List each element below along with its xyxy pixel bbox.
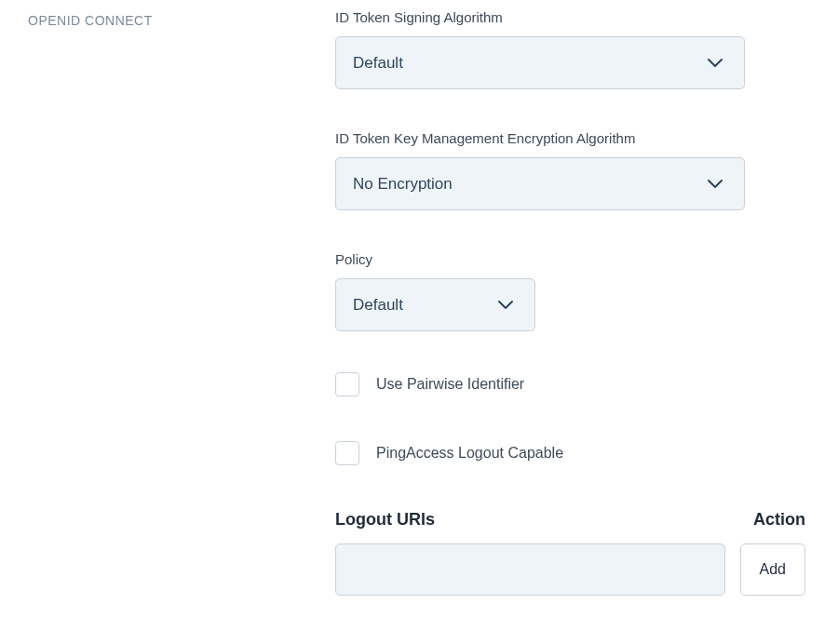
policy-value: Default [353,296,403,315]
pingaccess-logout-label: PingAccess Logout Capable [376,445,563,462]
section-label: OPENID CONNECT [28,13,335,28]
key-management-algorithm-select[interactable]: No Encryption [335,157,745,210]
signing-algorithm-value: Default [353,54,403,73]
key-management-algorithm-value: No Encryption [353,175,453,194]
logout-uri-input[interactable] [335,543,725,596]
key-management-algorithm-field: ID Token Key Management Encryption Algor… [335,130,805,210]
openid-connect-form: OPENID CONNECT ID Token Signing Algorith… [28,9,810,596]
pairwise-identifier-checkbox[interactable] [335,372,359,396]
signing-algorithm-field: ID Token Signing Algorithm Default [335,9,805,89]
logout-uris-action-header: Action [753,510,805,530]
pairwise-identifier-row: Use Pairwise Identifier [335,372,805,396]
add-button[interactable]: Add [740,543,805,596]
chevron-down-icon [497,300,514,311]
policy-label: Policy [335,251,805,267]
signing-algorithm-select[interactable]: Default [335,36,745,89]
left-column: OPENID CONNECT [28,9,335,596]
right-column: ID Token Signing Algorithm Default ID To… [335,9,838,596]
pingaccess-logout-row: PingAccess Logout Capable [335,441,805,465]
policy-field: Policy Default [335,251,805,331]
key-management-algorithm-label: ID Token Key Management Encryption Algor… [335,130,805,146]
logout-uris-row: Add [335,543,805,596]
logout-uris-title: Logout URIs [335,510,435,530]
chevron-down-icon [707,179,723,190]
chevron-down-icon [707,58,723,69]
pairwise-identifier-label: Use Pairwise Identifier [376,376,524,393]
logout-uris-header: Logout URIs Action [335,510,805,530]
pingaccess-logout-checkbox[interactable] [335,441,359,465]
signing-algorithm-label: ID Token Signing Algorithm [335,9,805,25]
policy-select[interactable]: Default [335,278,535,331]
